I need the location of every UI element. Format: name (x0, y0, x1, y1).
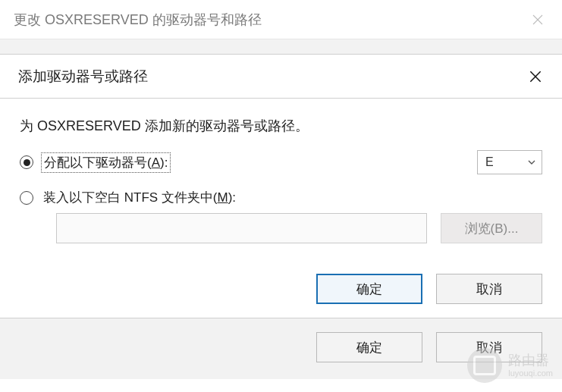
inner-dialog-title: 添加驱动器号或路径 (18, 67, 148, 86)
assign-label-post: ): (160, 155, 168, 170)
outer-client-strip (0, 39, 562, 55)
chevron-down-icon (528, 158, 535, 166)
mount-label-pre: 装入以下空白 NTFS 文件夹中( (43, 190, 218, 205)
outer-dialog-buttons: 确定 取消 (0, 318, 562, 379)
inner-cancel-button[interactable]: 取消 (436, 274, 542, 304)
outer-ok-button[interactable]: 确定 (316, 332, 422, 362)
mount-label-post: ): (228, 190, 236, 205)
mount-path-input (56, 213, 427, 243)
drive-letter-select[interactable]: E (477, 150, 542, 174)
mount-label-hotkey: M (218, 190, 228, 205)
inner-close-button[interactable] (524, 65, 547, 88)
assign-letter-row: 分配以下驱动器号(A): E (20, 150, 542, 174)
mount-folder-label[interactable]: 装入以下空白 NTFS 文件夹中(M): (41, 188, 238, 207)
browse-button: 浏览(B)... (441, 213, 542, 243)
instruction-text: 为 OSXRESERVED 添加新的驱动器号或路径。 (20, 117, 542, 135)
inner-dialog-header: 添加驱动器号或路径 (0, 55, 562, 99)
outer-close-button[interactable] (527, 9, 548, 30)
outer-dialog-title: 更改 OSXRESERVED 的驱动器号和路径 (14, 11, 262, 29)
mount-folder-row: 装入以下空白 NTFS 文件夹中(M): (20, 188, 542, 207)
inner-dialog-body: 为 OSXRESERVED 添加新的驱动器号或路径。 分配以下驱动器号(A): … (0, 99, 562, 251)
close-icon (528, 69, 543, 84)
mount-folder-controls: 浏览(B)... (56, 213, 542, 243)
outer-dialog-header: 更改 OSXRESERVED 的驱动器号和路径 (0, 0, 562, 39)
assign-letter-label[interactable]: 分配以下驱动器号(A): (41, 152, 171, 173)
assign-label-hotkey: A (152, 155, 160, 170)
mount-folder-radio[interactable] (20, 191, 33, 205)
outer-cancel-button[interactable]: 取消 (436, 332, 542, 362)
assign-label-pre: 分配以下驱动器号( (44, 155, 152, 170)
assign-letter-radio[interactable] (20, 155, 33, 169)
drive-letter-value: E (485, 155, 494, 169)
inner-dialog-buttons: 确定 取消 (0, 251, 562, 318)
inner-ok-button[interactable]: 确定 (316, 274, 422, 304)
close-icon (531, 13, 545, 27)
